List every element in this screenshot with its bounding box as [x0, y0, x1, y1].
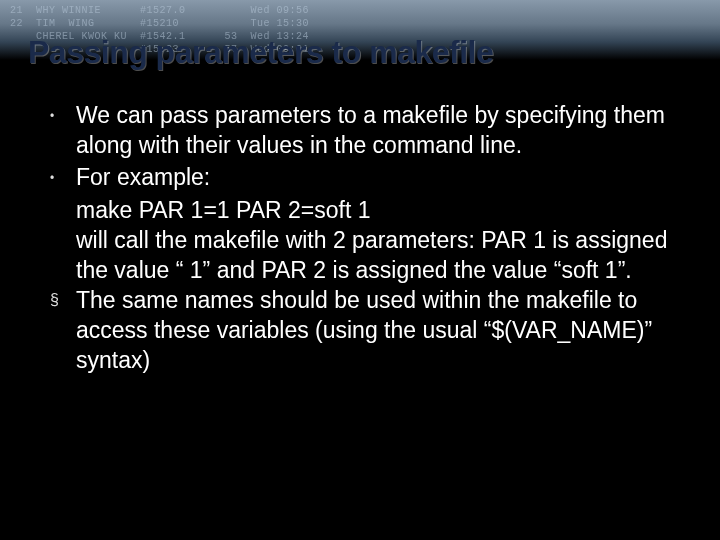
bullet-item: We can pass parameters to a makefile by … [48, 100, 680, 160]
slide-title: Passing parameters to makefile [28, 34, 493, 71]
bullet-marker [48, 100, 76, 131]
bullet-text: For example: [76, 162, 210, 192]
bullet-item: The same names should be used within the… [48, 285, 680, 375]
bullet-marker [48, 162, 76, 193]
bullet-text: We can pass parameters to a makefile by … [76, 100, 680, 160]
bullet-continuation: make PAR 1=1 PAR 2=soft 1 [48, 195, 680, 225]
bullet-marker [48, 285, 76, 315]
slide-content: We can pass parameters to a makefile by … [0, 60, 720, 375]
bullet-text: The same names should be used within the… [76, 285, 680, 375]
bullet-continuation: will call the makefile with 2 parameters… [48, 225, 680, 285]
bullet-item: For example: [48, 162, 680, 193]
